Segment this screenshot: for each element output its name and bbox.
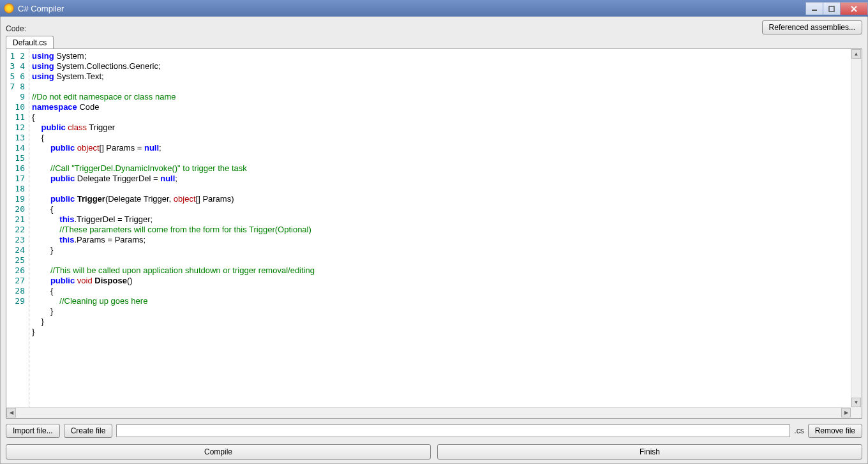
window-titlebar: C# Compiler <box>0 0 868 17</box>
maximize-button[interactable] <box>823 2 841 15</box>
finish-button[interactable]: Finish <box>437 444 862 460</box>
create-file-button[interactable]: Create file <box>64 424 113 438</box>
referenced-assemblies-button[interactable]: Referenced assemblies... <box>762 20 862 34</box>
remove-file-button[interactable]: Remove file <box>808 424 862 438</box>
top-row: Code: Referenced assemblies... <box>6 19 862 34</box>
maximize-icon <box>828 6 835 12</box>
scroll-left-button[interactable]: ◀ <box>6 408 16 417</box>
scroll-down-button[interactable]: ▼ <box>851 398 861 407</box>
code-area[interactable]: using System;using System.Collections.Ge… <box>29 49 851 418</box>
titlebar-left: C# Compiler <box>4 3 64 13</box>
filename-input[interactable] <box>116 424 790 437</box>
minimize-icon <box>811 6 818 12</box>
window-controls <box>806 2 868 15</box>
compile-button[interactable]: Compile <box>6 444 431 460</box>
chevron-up-icon: ▲ <box>854 52 859 57</box>
close-icon <box>851 6 857 12</box>
chevron-right-icon: ▶ <box>844 410 848 415</box>
close-button[interactable] <box>840 2 868 15</box>
scroll-corner <box>851 407 862 418</box>
code-label: Code: <box>6 24 26 34</box>
minimize-button[interactable] <box>805 2 823 15</box>
window-title: C# Compiler <box>18 4 64 13</box>
svg-rect-1 <box>829 6 834 11</box>
scroll-up-button[interactable]: ▲ <box>851 49 861 59</box>
app-icon <box>4 3 14 13</box>
code-editor: 1 2 3 4 5 6 7 8 9 10 11 12 13 14 15 16 1… <box>6 49 862 419</box>
tab-default-cs[interactable]: Default.cs <box>6 36 54 49</box>
chevron-left-icon: ◀ <box>10 410 13 415</box>
chevron-down-icon: ▼ <box>854 400 859 405</box>
client-area: Code: Referenced assemblies... Default.c… <box>0 17 868 464</box>
file-row: Import file... Create file .cs Remove fi… <box>6 424 862 438</box>
scroll-right-button[interactable]: ▶ <box>841 408 851 417</box>
vertical-scrollbar[interactable]: ▲ ▼ <box>851 49 862 418</box>
import-file-button[interactable]: Import file... <box>6 424 60 438</box>
file-extension-label: .cs <box>794 426 804 435</box>
line-gutter: 1 2 3 4 5 6 7 8 9 10 11 12 13 14 15 16 1… <box>6 49 29 418</box>
bottom-row: Compile Finish <box>6 444 862 460</box>
tabstrip: Default.cs <box>6 35 862 49</box>
horizontal-scrollbar[interactable]: ◀ ▶ <box>6 407 851 418</box>
